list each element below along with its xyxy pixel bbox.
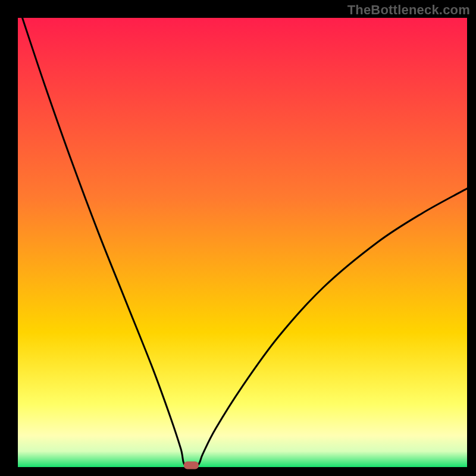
chart-frame: TheBottleneck.com	[0, 0, 476, 476]
plot-background	[18, 18, 467, 467]
bottleneck-chart	[0, 0, 476, 476]
optimal-marker	[184, 461, 199, 469]
watermark-text: TheBottleneck.com	[347, 2, 470, 18]
